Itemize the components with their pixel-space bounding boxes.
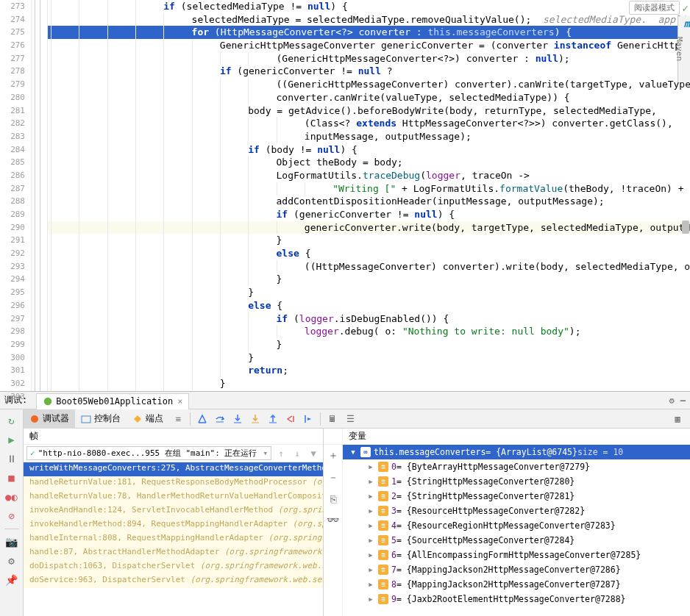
stack-frame[interactable]: handleInternal:808, RequestMappingHandle… bbox=[24, 532, 323, 546]
step-over[interactable] bbox=[212, 411, 228, 427]
code-line-295[interactable]: } bbox=[48, 286, 690, 299]
code-line-292[interactable]: else { bbox=[48, 247, 690, 260]
variable-item[interactable]: ▶≡7 = {MappingJackson2HttpMessageConvert… bbox=[343, 562, 690, 577]
code-line-303[interactable]: } bbox=[48, 390, 690, 391]
debug-tool-window: 调试: Boot05Web01Application × ⚙ — ↻ ▶ ⏸ ■… bbox=[0, 391, 690, 616]
code-line-299[interactable]: } bbox=[48, 338, 690, 351]
code-line-273[interactable]: if (selectedMediaType != null) { bbox=[48, 0, 690, 13]
view-breakpoints-button[interactable]: ●◐ bbox=[3, 488, 21, 506]
code-line-302[interactable]: } bbox=[48, 377, 690, 390]
code-line-293[interactable]: ((HttpMessageConverter) converter).write… bbox=[48, 260, 690, 273]
code-line-301[interactable]: return; bbox=[48, 364, 690, 377]
thread-selector[interactable]: ✓ "http-nio-8080-exec...955 在组 "main": 正… bbox=[26, 446, 271, 460]
stack-frame[interactable]: invokeHandlerMethod:894, RequestMappingH… bbox=[24, 518, 323, 532]
breakpoints-tab[interactable]: 端点 bbox=[127, 409, 169, 429]
evaluate-expression[interactable]: 🖩 bbox=[324, 411, 341, 427]
stack-frame[interactable]: handleReturnValue:181, RequestResponseBo… bbox=[24, 476, 323, 490]
code-line-297[interactable]: if (logger.isDebugEnabled()) { bbox=[48, 312, 690, 326]
copy-button[interactable]: ⎘ bbox=[330, 493, 336, 505]
variable-item[interactable]: ▶≡8 = {MappingJackson2HttpMessageConvert… bbox=[343, 577, 690, 592]
run-to-cursor[interactable] bbox=[300, 411, 316, 427]
prev-frame-button[interactable]: ↑ bbox=[274, 448, 288, 459]
variable-item[interactable]: ▶≡0 = {ByteArrayHttpMessageConverter@727… bbox=[343, 459, 690, 474]
code-line-278[interactable]: if (genericConverter != null ? bbox=[48, 65, 690, 78]
code-line-284[interactable]: if (body != null) { bbox=[48, 143, 690, 157]
code-line-277[interactable]: (GenericHttpMessageConverter<?>) convert… bbox=[48, 52, 690, 65]
layout-settings[interactable]: ▦ bbox=[669, 411, 686, 427]
code-line-274[interactable]: selectedMediaType = selectedMediaType.re… bbox=[48, 13, 690, 26]
code-line-286[interactable]: LogFormatUtils.traceDebug(logger, traceO… bbox=[48, 169, 690, 182]
code-line-289[interactable]: if (genericConverter != null) { bbox=[48, 208, 690, 221]
gear-icon[interactable]: ⚙ bbox=[669, 395, 675, 406]
code-line-291[interactable]: } bbox=[48, 234, 690, 247]
stack-frame[interactable]: handle:87, AbstractHandlerMethodAdapter … bbox=[24, 546, 323, 560]
stack-frame[interactable]: handleReturnValue:78, HandlerMethodRetur… bbox=[24, 490, 323, 504]
run-config-label: Boot05Web01Application bbox=[56, 396, 173, 407]
stack-frame[interactable]: doDispatch:1063, DispatcherServlet (org.… bbox=[24, 560, 323, 574]
step-out[interactable] bbox=[265, 411, 281, 427]
code-line-285[interactable]: Object theBody = body; bbox=[48, 156, 690, 169]
code-line-276[interactable]: GenericHttpMessageConverter genericConve… bbox=[48, 39, 690, 52]
minimize-icon[interactable]: — bbox=[680, 395, 686, 406]
debugger-tab[interactable]: 调试器 bbox=[24, 409, 75, 429]
close-icon[interactable]: × bbox=[177, 396, 182, 407]
code-line-279[interactable]: ((GenericHttpMessageConverter) converter… bbox=[48, 78, 690, 91]
fold-column[interactable] bbox=[32, 0, 48, 391]
variables-tree[interactable]: ▼∞this.messageConverters = {ArrayList@67… bbox=[343, 445, 690, 616]
code-line-296[interactable]: else { bbox=[48, 299, 690, 312]
variable-item[interactable]: ▶≡4 = {ResourceRegionHttpMessageConverte… bbox=[343, 518, 690, 533]
variable-root[interactable]: ▼∞this.messageConverters = {ArrayList@67… bbox=[343, 445, 690, 459]
code-line-283[interactable]: inputMessage, outputMessage); bbox=[48, 130, 690, 143]
stack-frame[interactable]: doService:963, DispatcherServlet (org.sp… bbox=[24, 574, 323, 588]
editor-scrollbar[interactable] bbox=[679, 15, 690, 391]
step-into[interactable] bbox=[230, 411, 246, 427]
next-frame-button[interactable]: ↓ bbox=[291, 448, 304, 459]
variable-item[interactable]: ▶≡6 = {AllEncompassingFormHttpMessageCon… bbox=[343, 548, 690, 562]
camera-button[interactable]: 📷 bbox=[3, 533, 21, 551]
frames-list[interactable]: writeWithMessageConverters:275, Abstract… bbox=[24, 462, 323, 616]
rerun-button[interactable]: ↻ bbox=[3, 412, 21, 429]
mute-breakpoints-button[interactable]: ⊘ bbox=[3, 507, 21, 525]
code-line-275[interactable]: for (HttpMessageConverter<?> converter :… bbox=[48, 26, 690, 39]
console-tab[interactable]: 控制台 bbox=[75, 409, 127, 429]
code-content[interactable]: if (selectedMediaType != null) { selecte… bbox=[48, 0, 690, 391]
code-line-288[interactable]: addContentDispositionHeader(inputMessage… bbox=[48, 195, 690, 208]
code-line-290[interactable]: genericConverter.write(body, targetType,… bbox=[48, 221, 690, 234]
drop-frame[interactable] bbox=[282, 411, 299, 427]
code-line-280[interactable]: converter.canWrite(valueType, selectedMe… bbox=[48, 91, 690, 104]
show-execution-point[interactable] bbox=[194, 411, 210, 427]
thread-label: "http-nio-8080-exec...955 在组 "main": 正在运… bbox=[38, 448, 257, 459]
debug-header: 调试: Boot05Web01Application × ⚙ — bbox=[0, 392, 690, 409]
settings-button[interactable]: ⚙ bbox=[3, 552, 21, 570]
glasses-icon[interactable]: 👓 bbox=[327, 514, 339, 526]
filter-frames-button[interactable]: ▼ bbox=[307, 448, 320, 459]
code-editor[interactable]: 2732742752762772782792802812822832842852… bbox=[0, 0, 690, 391]
spring-boot-icon bbox=[43, 396, 53, 407]
checkmark-icon[interactable]: ✓ bbox=[683, 2, 689, 14]
threads-icon[interactable]: ≡ bbox=[170, 411, 186, 427]
resume-button[interactable]: ▶ bbox=[3, 431, 21, 448]
variable-item[interactable]: ▶≡5 = {SourceHttpMessageConverter@7284} bbox=[343, 533, 690, 548]
pause-button[interactable]: ⏸ bbox=[3, 450, 21, 468]
code-line-287[interactable]: "Writing [" + LogFormatUtils.formatValue… bbox=[48, 182, 690, 196]
force-step-into[interactable] bbox=[247, 411, 263, 427]
code-line-282[interactable]: (Class<? extends HttpMessageConverter<?>… bbox=[48, 117, 690, 130]
debug-run-config-tab[interactable]: Boot05Web01Application × bbox=[36, 393, 189, 409]
new-watch-button[interactable]: ＋ bbox=[328, 449, 338, 462]
remove-watch-button[interactable]: － bbox=[328, 471, 338, 484]
console-icon bbox=[81, 414, 91, 424]
stack-frame[interactable]: writeWithMessageConverters:275, Abstract… bbox=[24, 462, 323, 476]
variable-item[interactable]: ▶≡1 = {StringHttpMessageConverter@7280} bbox=[343, 474, 690, 489]
variable-item[interactable]: ▶≡2 = {StringHttpMessageConverter@7281} bbox=[343, 489, 690, 504]
code-line-294[interactable]: } bbox=[48, 273, 690, 286]
variable-item[interactable]: ▶≡3 = {ResourceHttpMessageConverter@7282… bbox=[343, 504, 690, 518]
reader-mode-button[interactable]: 阅读器模式 bbox=[629, 1, 680, 15]
stop-button[interactable]: ■ bbox=[3, 469, 21, 487]
trace-current-stream[interactable]: ☰ bbox=[342, 411, 358, 427]
code-line-281[interactable]: body = getAdvice().beforeBodyWrite(body,… bbox=[48, 104, 690, 118]
code-line-300[interactable]: } bbox=[48, 351, 690, 365]
pin-button[interactable]: 📌 bbox=[3, 571, 21, 589]
variable-item[interactable]: ▶≡9 = {Jaxb2RootElementHttpMessageConver… bbox=[343, 592, 690, 606]
code-line-298[interactable]: logger.debug( o: "Nothing to write: null… bbox=[48, 325, 690, 338]
stack-frame[interactable]: invokeAndHandle:124, ServletInvocableHan… bbox=[24, 504, 323, 518]
